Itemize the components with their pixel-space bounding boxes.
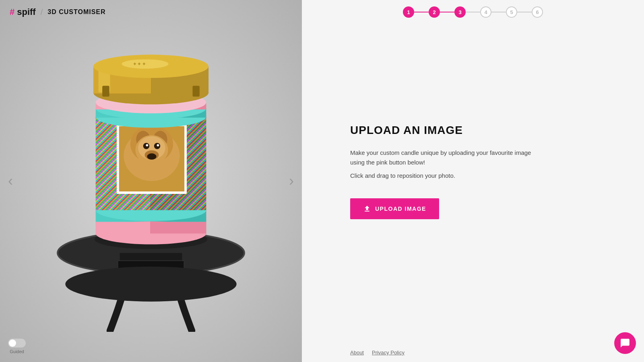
privacy-link[interactable]: Privacy Policy [372,350,405,356]
right-panel: 1 2 3 4 5 6 UPLOAD AN IMAG [302,0,644,362]
preview-panel: ✦ ✦ ✦ [0,0,302,362]
logo-divider: / [41,8,43,17]
chat-button[interactable] [614,332,636,354]
header: #spiff / 3D CUSTOMISER [0,0,644,24]
svg-rect-50 [192,86,199,97]
candle-table-svg: ✦ ✦ ✦ [34,30,268,332]
right-footer: About Privacy Policy [302,343,644,362]
svg-point-7 [65,267,236,302]
logo-hash: # [10,7,14,17]
upload-description: Make your custom candle unique by upload… [350,148,543,167]
upload-image-button[interactable]: UPLOAD IMAGE [350,198,439,219]
upload-title: UPLOAD AN IMAGE [350,124,596,137]
guided-toggle[interactable] [8,339,26,348]
svg-rect-18 [150,222,206,234]
logo-spiff: spiff [17,7,35,17]
about-link[interactable]: About [350,350,364,356]
upload-icon [363,205,371,213]
svg-point-31 [146,144,148,146]
svg-rect-49 [102,86,109,97]
chat-icon [620,338,630,348]
upload-hint: Click and drag to reposition your photo. [350,172,596,179]
svg-point-32 [157,144,159,146]
right-content: UPLOAD AN IMAGE Make your custom candle … [302,0,644,343]
toggle-knob [9,339,16,347]
guided-toggle-container: Guided [8,339,26,354]
logo-subtitle: 3D CUSTOMISER [47,8,105,16]
candle-scene: ✦ ✦ ✦ [34,30,268,332]
prev-arrow[interactable]: ‹ [4,169,17,193]
svg-text:✦ ✦ ✦: ✦ ✦ ✦ [133,62,146,66]
guided-label: Guided [10,349,24,354]
next-arrow[interactable]: › [285,169,298,193]
svg-point-34 [147,153,156,159]
svg-rect-17 [96,222,152,234]
logo: #spiff / 3D CUSTOMISER [10,7,106,17]
